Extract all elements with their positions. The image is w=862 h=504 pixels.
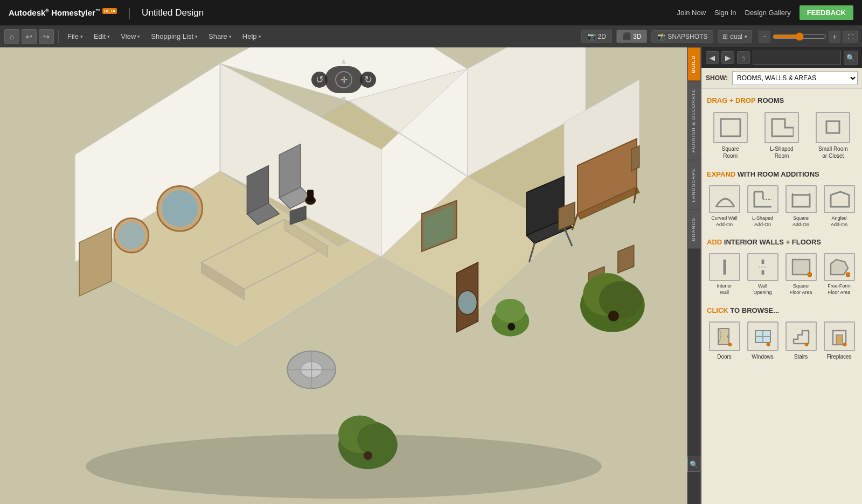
beta-badge: BETA: [102, 8, 117, 14]
freeform-floor-item[interactable]: Free-FormFloor Area: [822, 251, 857, 297]
furnish-tab[interactable]: FURNISH & DECORATE: [688, 81, 700, 160]
windows-icon: [752, 325, 774, 347]
angled-addon-item[interactable]: AngledAdd-On: [822, 184, 857, 229]
fullscreen-button[interactable]: ⛶: [843, 31, 858, 43]
l-shaped-room-item[interactable]: L-ShapedRoom: [758, 110, 805, 162]
curved-wall-icon: [714, 190, 735, 209]
vertical-tabs-container: BUILD FURNISH & DECORATE LANDSCAPE BRAND…: [687, 47, 700, 504]
interior-wall-icon-box: [709, 253, 740, 281]
click-browse-header: CLICK TO BROWSE...: [707, 306, 857, 314]
square-floor-item[interactable]: SquareFloor Area: [783, 251, 818, 297]
build-tab[interactable]: BUILD: [688, 47, 700, 81]
brands-tab[interactable]: BRANDS: [688, 209, 700, 249]
help-menu-label: Help: [242, 32, 257, 40]
freeform-floor-icon-box: [824, 253, 855, 281]
view-menu[interactable]: View ▾: [116, 30, 144, 43]
fireplaces-item[interactable]: Fireplaces: [822, 320, 857, 362]
interior-wall-label: InteriorWall: [717, 283, 732, 296]
redo-button[interactable]: ↪: [39, 29, 54, 44]
square-addon-label: SquareAdd-On: [793, 215, 809, 228]
3d-viewport[interactable]: ↺ ▲ ✛ ▼ ↻: [0, 47, 687, 504]
edit-menu[interactable]: Edit ▾: [89, 30, 114, 43]
square-room-item[interactable]: SquareRoom: [707, 110, 754, 162]
square-addon-item[interactable]: SquareAdd-On: [783, 184, 818, 229]
share-menu[interactable]: Share ▾: [204, 30, 236, 43]
edit-menu-label: Edit: [94, 32, 106, 40]
3d-label: 3D: [633, 33, 641, 40]
svg-rect-64: [721, 119, 740, 136]
dual-label: dual: [730, 33, 742, 40]
stairs-icon: [790, 325, 812, 347]
additions-grid: Curved WallAdd-On L-ShapedAdd-O: [707, 184, 857, 229]
help-menu-arrow: ▾: [259, 34, 261, 39]
square-floor-icon-box: [785, 253, 817, 281]
panel-back-button[interactable]: ◀: [706, 51, 719, 64]
l-shaped-addon-item[interactable]: L-ShapedAdd-On: [745, 184, 780, 229]
doors-item[interactable]: Doors: [707, 320, 742, 362]
curved-wall-item[interactable]: Curved WallAdd-On: [707, 184, 742, 229]
shopping-list-menu[interactable]: Shopping List ▾: [147, 30, 202, 43]
panel-search-input[interactable]: [753, 51, 841, 65]
top-right-actions: Join Now Sign In Design Gallery FEEDBACK: [677, 5, 853, 20]
windows-item[interactable]: Windows: [745, 320, 780, 362]
panel-search-button[interactable]: 🔍: [844, 51, 858, 65]
feedback-button[interactable]: FEEDBACK: [800, 5, 853, 20]
stairs-item[interactable]: Stairs: [783, 320, 818, 362]
pan-center-button[interactable]: ✛: [335, 71, 352, 88]
pan-up-button[interactable]: ▲: [340, 57, 347, 65]
dual-button[interactable]: ⊞ dual ▾: [718, 30, 752, 43]
svg-point-94: [843, 343, 846, 346]
interior-wall-item[interactable]: InteriorWall: [707, 251, 742, 297]
main-content: ↺ ▲ ✛ ▼ ↻ BUILD FURNISH & DECORATE LANDS…: [0, 47, 862, 504]
angled-addon-label: AngledAdd-On: [831, 215, 847, 228]
snapshots-button[interactable]: 📸 SNAPSHOTS: [651, 30, 713, 43]
drag-drop-highlight: DRAG + DROP: [707, 96, 755, 104]
dual-view-icon: ⊞: [722, 33, 728, 40]
panel-forward-button[interactable]: ▶: [721, 51, 734, 64]
viewport-search-button[interactable]: 🔍: [687, 457, 700, 472]
join-now-link[interactable]: Join Now: [677, 9, 706, 17]
undo-button[interactable]: ↩: [22, 29, 37, 44]
file-menu[interactable]: File ▾: [63, 30, 87, 43]
zoom-slider[interactable]: [773, 32, 826, 41]
wall-opening-item[interactable]: WallOpening: [745, 251, 780, 297]
zoom-bar: − + ⛶: [759, 31, 858, 43]
svg-point-84: [727, 335, 729, 338]
svg-point-82: [846, 272, 850, 277]
zoom-in-button[interactable]: +: [829, 31, 840, 43]
view-menu-label: View: [121, 32, 136, 40]
wall-opening-icon-box: [747, 253, 778, 281]
show-dropdown[interactable]: ROOMS, WALLS & AREAS FLOORS CEILINGS ALL: [732, 71, 858, 85]
svg-point-40: [458, 291, 477, 314]
3d-view-button[interactable]: ⬛ 3D: [616, 30, 647, 43]
dual-arrow: ▾: [745, 34, 747, 39]
square-room-icon: [719, 117, 742, 138]
landscape-tab[interactable]: LANDSCAPE: [688, 160, 700, 210]
svg-point-48: [364, 451, 372, 460]
edit-menu-arrow: ▾: [107, 34, 110, 39]
expand-rooms-header: EXPAND WITH ROOM ADDITIONS: [707, 170, 857, 178]
design-gallery-link[interactable]: Design Gallery: [745, 9, 791, 17]
sign-in-link[interactable]: Sign In: [714, 9, 736, 17]
view-menu-arrow: ▾: [137, 34, 140, 39]
svg-point-91: [805, 343, 808, 346]
pan-down-button[interactable]: ▼: [340, 94, 347, 103]
small-room-item[interactable]: Small Roomor Closet: [810, 110, 857, 162]
square-floor-label: SquareFloor Area: [790, 283, 812, 296]
svg-marker-74: [831, 192, 849, 207]
panel-content: DRAG + DROP ROOMS SquareRoom: [701, 89, 862, 504]
svg-point-80: [808, 272, 812, 277]
panel-home-button[interactable]: ⌂: [737, 51, 750, 64]
panel-header: ◀ ▶ ⌂ 🔍: [701, 47, 862, 68]
rotate-right-button[interactable]: ↻: [360, 72, 376, 88]
l-shaped-room-label: L-ShapedRoom: [770, 145, 793, 159]
interior-wall-icon: [714, 257, 735, 277]
zoom-out-button[interactable]: −: [759, 31, 770, 43]
stairs-icon-box: [785, 321, 817, 351]
expand-rooms-section: EXPAND WITH ROOM ADDITIONS Curved WallAd…: [707, 170, 857, 229]
help-menu[interactable]: Help ▾: [238, 30, 266, 43]
2d-view-button[interactable]: 📷 2D: [581, 30, 612, 43]
home-button[interactable]: ⌂: [4, 29, 19, 44]
l-shaped-room-icon-box: [764, 112, 799, 143]
freeform-floor-icon: [829, 257, 850, 277]
